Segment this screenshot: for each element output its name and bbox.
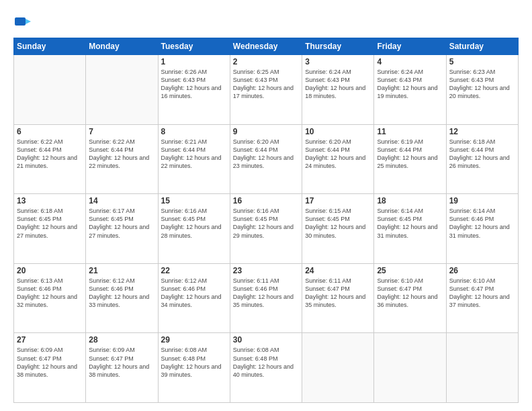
- calendar-cell: 25Sunrise: 6:10 AM Sunset: 6:47 PM Dayli…: [374, 263, 446, 333]
- calendar-header: Sunday Monday Tuesday Wednesday Thursday…: [14, 38, 519, 55]
- day-info: Sunrise: 6:12 AM Sunset: 6:46 PM Dayligh…: [161, 277, 227, 310]
- calendar-week-row: 1Sunrise: 6:26 AM Sunset: 6:43 PM Daylig…: [14, 55, 519, 125]
- calendar-cell: 4Sunrise: 6:24 AM Sunset: 6:43 PM Daylig…: [374, 55, 446, 125]
- header: [13, 12, 519, 31]
- day-number: 7: [89, 127, 154, 136]
- day-info: Sunrise: 6:24 AM Sunset: 6:43 PM Dayligh…: [305, 68, 371, 101]
- calendar-cell: [374, 333, 446, 403]
- col-sunday: Sunday: [14, 38, 86, 55]
- calendar-cell: 19Sunrise: 6:14 AM Sunset: 6:46 PM Dayli…: [446, 194, 518, 264]
- calendar-cell: [14, 55, 86, 125]
- day-info: Sunrise: 6:20 AM Sunset: 6:44 PM Dayligh…: [305, 138, 371, 171]
- calendar-cell: 8Sunrise: 6:21 AM Sunset: 6:44 PM Daylig…: [158, 124, 230, 194]
- svg-marker-1: [26, 19, 31, 24]
- day-number: 27: [17, 335, 83, 345]
- day-number: 13: [17, 196, 83, 205]
- calendar-body: 1Sunrise: 6:26 AM Sunset: 6:43 PM Daylig…: [14, 55, 519, 403]
- day-info: Sunrise: 6:18 AM Sunset: 6:45 PM Dayligh…: [17, 207, 83, 240]
- day-info: Sunrise: 6:17 AM Sunset: 6:45 PM Dayligh…: [89, 207, 154, 240]
- calendar-cell: 16Sunrise: 6:16 AM Sunset: 6:45 PM Dayli…: [230, 194, 302, 264]
- day-info: Sunrise: 6:14 AM Sunset: 6:45 PM Dayligh…: [377, 207, 443, 240]
- day-number: 22: [161, 266, 227, 275]
- calendar-cell: 5Sunrise: 6:23 AM Sunset: 6:43 PM Daylig…: [446, 55, 518, 125]
- calendar-cell: 21Sunrise: 6:12 AM Sunset: 6:46 PM Dayli…: [86, 263, 158, 333]
- logo-icon: [13, 12, 32, 31]
- day-info: Sunrise: 6:19 AM Sunset: 6:44 PM Dayligh…: [377, 138, 443, 171]
- day-info: Sunrise: 6:18 AM Sunset: 6:44 PM Dayligh…: [449, 138, 515, 171]
- day-number: 12: [449, 127, 515, 136]
- svg-rect-0: [15, 17, 26, 26]
- day-info: Sunrise: 6:20 AM Sunset: 6:44 PM Dayligh…: [233, 138, 299, 171]
- calendar-cell: 29Sunrise: 6:08 AM Sunset: 6:48 PM Dayli…: [158, 333, 230, 403]
- day-number: 26: [449, 266, 515, 275]
- col-tuesday: Tuesday: [158, 38, 230, 55]
- calendar-cell: 9Sunrise: 6:20 AM Sunset: 6:44 PM Daylig…: [230, 124, 302, 194]
- calendar-table: Sunday Monday Tuesday Wednesday Thursday…: [13, 38, 519, 403]
- calendar-cell: [302, 333, 374, 403]
- calendar-week-row: 6Sunrise: 6:22 AM Sunset: 6:44 PM Daylig…: [14, 124, 519, 194]
- day-info: Sunrise: 6:08 AM Sunset: 6:48 PM Dayligh…: [161, 346, 227, 379]
- col-saturday: Saturday: [446, 38, 518, 55]
- calendar-cell: 7Sunrise: 6:22 AM Sunset: 6:44 PM Daylig…: [86, 124, 158, 194]
- calendar-cell: 6Sunrise: 6:22 AM Sunset: 6:44 PM Daylig…: [14, 124, 86, 194]
- day-number: 30: [233, 335, 299, 345]
- logo: [13, 12, 35, 31]
- day-info: Sunrise: 6:25 AM Sunset: 6:43 PM Dayligh…: [233, 68, 299, 101]
- day-number: 1: [161, 57, 227, 66]
- day-number: 23: [233, 266, 299, 275]
- calendar-cell: 1Sunrise: 6:26 AM Sunset: 6:43 PM Daylig…: [158, 55, 230, 125]
- calendar-cell: 10Sunrise: 6:20 AM Sunset: 6:44 PM Dayli…: [302, 124, 374, 194]
- calendar-cell: 24Sunrise: 6:11 AM Sunset: 6:47 PM Dayli…: [302, 263, 374, 333]
- calendar-cell: [446, 333, 518, 403]
- day-info: Sunrise: 6:16 AM Sunset: 6:45 PM Dayligh…: [233, 207, 299, 240]
- day-number: 18: [377, 196, 443, 205]
- calendar-cell: 27Sunrise: 6:09 AM Sunset: 6:47 PM Dayli…: [14, 333, 86, 403]
- day-number: 14: [89, 196, 154, 205]
- day-number: 10: [305, 127, 371, 136]
- col-friday: Friday: [374, 38, 446, 55]
- calendar-cell: 11Sunrise: 6:19 AM Sunset: 6:44 PM Dayli…: [374, 124, 446, 194]
- day-info: Sunrise: 6:15 AM Sunset: 6:45 PM Dayligh…: [305, 207, 371, 240]
- calendar-cell: 28Sunrise: 6:09 AM Sunset: 6:47 PM Dayli…: [86, 333, 158, 403]
- day-number: 11: [377, 127, 443, 136]
- day-number: 29: [161, 335, 227, 345]
- calendar-cell: 2Sunrise: 6:25 AM Sunset: 6:43 PM Daylig…: [230, 55, 302, 125]
- day-info: Sunrise: 6:10 AM Sunset: 6:47 PM Dayligh…: [377, 277, 443, 310]
- calendar-cell: 20Sunrise: 6:13 AM Sunset: 6:46 PM Dayli…: [14, 263, 86, 333]
- calendar-cell: 26Sunrise: 6:10 AM Sunset: 6:47 PM Dayli…: [446, 263, 518, 333]
- col-wednesday: Wednesday: [230, 38, 302, 55]
- calendar-cell: 30Sunrise: 6:08 AM Sunset: 6:48 PM Dayli…: [230, 333, 302, 403]
- day-number: 20: [17, 266, 83, 275]
- day-number: 15: [161, 196, 227, 205]
- calendar-week-row: 13Sunrise: 6:18 AM Sunset: 6:45 PM Dayli…: [14, 194, 519, 264]
- calendar-cell: 22Sunrise: 6:12 AM Sunset: 6:46 PM Dayli…: [158, 263, 230, 333]
- page: Sunday Monday Tuesday Wednesday Thursday…: [0, 0, 532, 411]
- day-info: Sunrise: 6:14 AM Sunset: 6:46 PM Dayligh…: [449, 207, 515, 240]
- header-row: Sunday Monday Tuesday Wednesday Thursday…: [14, 38, 519, 55]
- day-number: 24: [305, 266, 371, 275]
- day-number: 8: [161, 127, 227, 136]
- col-thursday: Thursday: [302, 38, 374, 55]
- calendar-cell: 13Sunrise: 6:18 AM Sunset: 6:45 PM Dayli…: [14, 194, 86, 264]
- calendar-cell: [86, 55, 158, 125]
- day-number: 28: [89, 335, 154, 345]
- day-number: 4: [377, 57, 443, 66]
- calendar-cell: 14Sunrise: 6:17 AM Sunset: 6:45 PM Dayli…: [86, 194, 158, 264]
- day-info: Sunrise: 6:13 AM Sunset: 6:46 PM Dayligh…: [17, 277, 83, 310]
- calendar-cell: 23Sunrise: 6:11 AM Sunset: 6:46 PM Dayli…: [230, 263, 302, 333]
- calendar-cell: 3Sunrise: 6:24 AM Sunset: 6:43 PM Daylig…: [302, 55, 374, 125]
- day-info: Sunrise: 6:16 AM Sunset: 6:45 PM Dayligh…: [161, 207, 227, 240]
- col-monday: Monday: [86, 38, 158, 55]
- calendar-cell: 18Sunrise: 6:14 AM Sunset: 6:45 PM Dayli…: [374, 194, 446, 264]
- calendar-week-row: 20Sunrise: 6:13 AM Sunset: 6:46 PM Dayli…: [14, 263, 519, 333]
- calendar-cell: 15Sunrise: 6:16 AM Sunset: 6:45 PM Dayli…: [158, 194, 230, 264]
- day-info: Sunrise: 6:26 AM Sunset: 6:43 PM Dayligh…: [161, 68, 227, 101]
- day-number: 3: [305, 57, 371, 66]
- day-info: Sunrise: 6:12 AM Sunset: 6:46 PM Dayligh…: [89, 277, 154, 310]
- day-number: 21: [89, 266, 154, 275]
- day-info: Sunrise: 6:08 AM Sunset: 6:48 PM Dayligh…: [233, 346, 299, 379]
- day-number: 17: [305, 196, 371, 205]
- day-number: 6: [17, 127, 83, 136]
- calendar-cell: 17Sunrise: 6:15 AM Sunset: 6:45 PM Dayli…: [302, 194, 374, 264]
- day-info: Sunrise: 6:21 AM Sunset: 6:44 PM Dayligh…: [161, 138, 227, 171]
